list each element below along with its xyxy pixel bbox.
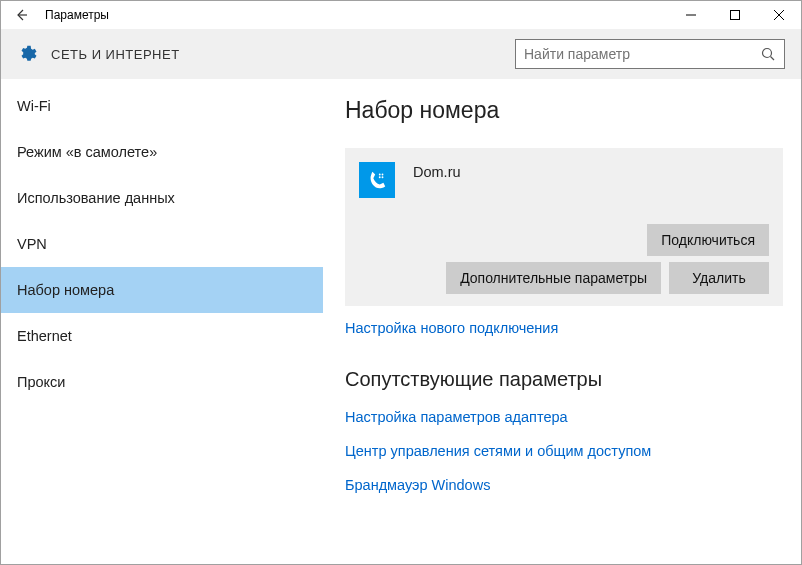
svg-rect-0 [731, 11, 740, 20]
sidebar-item-vpn[interactable]: VPN [1, 221, 323, 267]
sidebar-item-label: Режим «в самолете» [17, 144, 157, 160]
sidebar-item-proxy[interactable]: Прокси [1, 359, 323, 405]
delete-button[interactable]: Удалить [669, 262, 769, 294]
sidebar-item-wifi[interactable]: Wi-Fi [1, 83, 323, 129]
settings-window: Параметры СЕТЬ И ИНТЕРНЕТ Wi-Fi Режим «в… [0, 0, 802, 565]
sidebar-item-label: Использование данных [17, 190, 175, 206]
search-input[interactable] [524, 46, 760, 62]
connect-button[interactable]: Подключиться [647, 224, 769, 256]
window-controls [669, 1, 801, 29]
gear-icon [17, 44, 37, 64]
sidebar-item-label: VPN [17, 236, 47, 252]
close-button[interactable] [757, 1, 801, 29]
main-pane: Набор номера Dom.ru Подключиться Дополн [323, 79, 801, 564]
button-row-1: Подключиться [359, 224, 769, 256]
sidebar-item-label: Wi-Fi [17, 98, 51, 114]
sidebar-item-data-usage[interactable]: Использование данных [1, 175, 323, 221]
search-icon [760, 47, 776, 61]
connection-row: Dom.ru [359, 162, 769, 198]
window-title: Параметры [45, 8, 669, 22]
advanced-button[interactable]: Дополнительные параметры [446, 262, 661, 294]
page-title: Набор номера [345, 97, 783, 124]
minimize-button[interactable] [669, 1, 713, 29]
link-firewall[interactable]: Брандмауэр Windows [345, 477, 783, 493]
sidebar-item-label: Набор номера [17, 282, 114, 298]
svg-point-5 [382, 176, 384, 178]
header: СЕТЬ И ИНТЕРНЕТ [1, 29, 801, 79]
back-button[interactable] [7, 1, 35, 29]
sidebar: Wi-Fi Режим «в самолете» Использование д… [1, 79, 323, 564]
button-row-2: Дополнительные параметры Удалить [359, 262, 769, 294]
category-title: СЕТЬ И ИНТЕРНЕТ [51, 47, 515, 62]
sidebar-item-ethernet[interactable]: Ethernet [1, 313, 323, 359]
sidebar-item-label: Прокси [17, 374, 65, 390]
link-adapter-settings[interactable]: Настройка параметров адаптера [345, 409, 783, 425]
svg-point-4 [379, 176, 381, 178]
sidebar-item-airplane[interactable]: Режим «в самолете» [1, 129, 323, 175]
connection-name: Dom.ru [413, 164, 461, 180]
svg-point-3 [382, 174, 384, 176]
link-new-connection[interactable]: Настройка нового подключения [345, 320, 783, 336]
connection-card[interactable]: Dom.ru Подключиться Дополнительные парам… [345, 148, 783, 306]
search-box[interactable] [515, 39, 785, 69]
sidebar-item-label: Ethernet [17, 328, 72, 344]
svg-point-2 [379, 174, 381, 176]
maximize-button[interactable] [713, 1, 757, 29]
body: Wi-Fi Режим «в самолете» Использование д… [1, 79, 801, 564]
sidebar-item-dialup[interactable]: Набор номера [1, 267, 323, 313]
related-title: Сопутствующие параметры [345, 368, 783, 391]
titlebar: Параметры [1, 1, 801, 29]
phone-icon [359, 162, 395, 198]
link-network-center[interactable]: Центр управления сетями и общим доступом [345, 443, 783, 459]
svg-point-1 [763, 49, 772, 58]
